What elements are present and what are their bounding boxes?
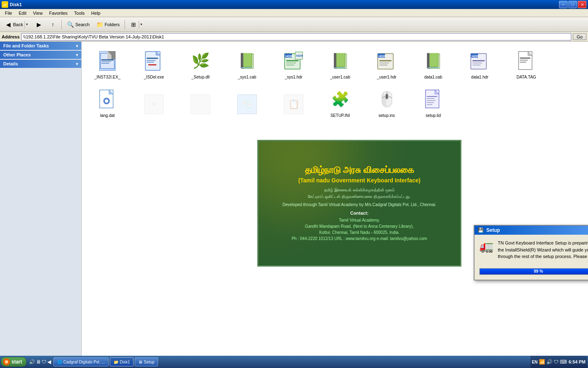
file-hidden3[interactable]: 💿 xyxy=(225,83,270,120)
maximize-button[interactable]: □ xyxy=(568,1,577,8)
go-button[interactable]: Go xyxy=(573,34,586,40)
file-hidden2[interactable] xyxy=(178,83,223,120)
antivirus-icon[interactable]: 🛡 xyxy=(42,359,47,365)
taskbar-app-setup[interactable]: 🖥 Setup xyxy=(135,357,158,366)
file-setup-lid-icon xyxy=(420,86,446,112)
toolbar-sep-2 xyxy=(125,20,125,29)
svg-rect-11 xyxy=(147,62,154,63)
file-data1-hdr-icon: HDR xyxy=(467,48,493,74)
start-button[interactable]: ⊞ start xyxy=(1,357,27,367)
speaker-icon[interactable]: 🔊 xyxy=(29,359,35,365)
file-data1-cab-name: data1.cab xyxy=(424,75,442,80)
file-isdel[interactable]: _ISDel.exe xyxy=(131,45,176,82)
file-setup-ins[interactable]: 🖱️ setup.ins xyxy=(364,83,409,120)
taskbar: ⊞ start 🔊 🖥 🛡 ◀ 🌐 Cadgraf Digitals Pvt. … xyxy=(0,356,588,368)
system-tray-icons: 📶 🔊 🛡 ⌨ xyxy=(539,359,567,365)
views-button[interactable]: ⊞ ▾ xyxy=(127,19,146,30)
file-data-tag-icon xyxy=(513,48,539,74)
menu-tools[interactable]: Tools xyxy=(71,10,88,16)
file-sys1-cab-icon: 📗 xyxy=(234,48,260,74)
file-user1-hdr[interactable]: HDR _user1.hdr xyxy=(364,45,409,82)
setup-dialog: 💾 Setup 🚛 TN Govt Keyboard Interface Set… xyxy=(474,225,588,280)
tray-volume-icon[interactable]: 🔊 xyxy=(546,359,552,365)
views-dropdown[interactable]: ▾ xyxy=(139,21,143,28)
file-user1-cab-name: _user1.cab xyxy=(330,75,350,80)
file-area[interactable]: _INST32I.EX_ _ xyxy=(82,42,588,356)
file-inst32i-name: _INST32I.EX_ xyxy=(94,75,120,80)
taskbar-app-cadgraf[interactable]: 🌐 Cadgraf Digitals Pvt. ... xyxy=(53,357,109,366)
section1-arrow-icon: ▾ xyxy=(76,44,78,48)
file-setup-ins-name: setup.ins xyxy=(379,113,395,118)
up-button[interactable]: ↑ xyxy=(46,19,59,30)
file-sys1-hdr[interactable]: HDR HDR _sys1.hdr xyxy=(271,45,316,82)
section2-arrow-icon: ▾ xyxy=(76,53,78,57)
window-title: Disk1 xyxy=(10,2,22,7)
tray-network-icon[interactable]: 📶 xyxy=(539,359,545,365)
section-file-folder-tasks-header[interactable]: File and Folder Tasks ▾ xyxy=(0,42,81,50)
setup-dialog-truck-icon: 🚛 xyxy=(479,240,494,253)
file-setup-ins-icon: 🖱️ xyxy=(374,86,400,112)
section-details: Details ▾ xyxy=(0,60,81,68)
forward-button[interactable]: ▶ xyxy=(32,19,45,30)
close-button[interactable]: ✕ xyxy=(578,1,586,8)
file-hidden4[interactable]: 📋 xyxy=(271,83,316,120)
file-setup-ini[interactable]: 🧩 SETUP.INI xyxy=(318,83,363,120)
svg-rect-18 xyxy=(286,65,294,65)
svg-rect-4 xyxy=(101,59,114,61)
address-input[interactable] xyxy=(21,33,571,40)
file-hidden1[interactable]: A xyxy=(131,83,176,120)
splash-title-english: (Tamil nadu Government Keyboard Interfac… xyxy=(298,177,420,184)
svg-point-41 xyxy=(105,99,108,103)
tray-keyboard-icon[interactable]: ⌨ xyxy=(560,359,567,365)
file-data1-cab[interactable]: 📗 data1.cab xyxy=(411,45,456,82)
file-inst32i-icon xyxy=(94,48,120,74)
svg-rect-31 xyxy=(472,63,482,63)
tray-security-icon[interactable]: 🛡 xyxy=(554,359,559,365)
system-clock: 6:54 PM xyxy=(568,359,586,364)
address-bar: Address Go xyxy=(0,32,588,42)
section-details-header[interactable]: Details ▾ xyxy=(0,60,81,68)
file-data1-hdr[interactable]: HDR data1.hdr xyxy=(457,45,502,82)
file-data-tag[interactable]: DATA.TAG xyxy=(504,45,549,82)
window-icon: 📁 xyxy=(2,1,8,8)
search-button[interactable]: 🔍 Search xyxy=(64,19,92,30)
file-data1-hdr-name: data1.hdr xyxy=(471,75,488,80)
file-setup-lid-name: setup.lid xyxy=(425,113,441,118)
file-setup-dll-name: _Setup.dll xyxy=(192,75,209,80)
folders-button[interactable]: 📁 Folders xyxy=(93,19,122,30)
setup-progress-bar: 99 % xyxy=(480,269,588,274)
menu-view[interactable]: View xyxy=(30,10,46,16)
file-sys1-cab[interactable]: 📗 _sys1.cab xyxy=(225,45,270,82)
menu-favorites[interactable]: Favorites xyxy=(46,10,71,16)
file-lang-dat[interactable]: lang.dat xyxy=(85,83,130,120)
section-other-places-header[interactable]: Other Places ▾ xyxy=(0,51,81,59)
file-user1-hdr-icon: HDR xyxy=(374,48,400,74)
file-isdel-name: _ISDel.exe xyxy=(144,75,164,80)
menu-bar: File Edit View Favorites Tools Help xyxy=(0,9,588,17)
svg-rect-46 xyxy=(427,100,436,101)
cadgraf-icon: 🌐 xyxy=(57,360,62,364)
svg-rect-35 xyxy=(520,58,530,58)
file-setup-lid[interactable]: setup.lid xyxy=(411,83,456,120)
file-sys1-hdr-name: _sys1.hdr xyxy=(285,75,302,80)
menu-help[interactable]: Help xyxy=(88,10,104,16)
setup-icon: 🖥 xyxy=(138,360,143,364)
menu-file[interactable]: File xyxy=(2,10,16,16)
up-icon: ↑ xyxy=(49,21,56,28)
file-setup-dll[interactable]: 🌿 _Setup.dll xyxy=(178,45,223,82)
minimize-button[interactable]: ─ xyxy=(559,1,568,8)
file-user1-cab[interactable]: 📗 _user1.cab xyxy=(318,45,363,82)
setup-progress-container: 99 % xyxy=(479,268,588,275)
search-icon: 🔍 xyxy=(67,21,74,28)
file-grid: _INST32I.EX_ _ xyxy=(85,45,585,120)
back-button[interactable]: ◀ Back ▾ xyxy=(2,19,31,30)
expand-tray-icon[interactable]: ◀ xyxy=(47,359,51,365)
back-dropdown[interactable]: ▾ xyxy=(24,21,29,28)
file-inst32i[interactable]: _INST32I.EX_ xyxy=(85,45,130,82)
taskbar-app-disk1[interactable]: 📁 Disk1 xyxy=(110,357,134,366)
toolbar: ◀ Back ▾ ▶ ↑ 🔍 Search 📁 Folders ⊞ ▾ xyxy=(0,17,588,32)
svg-text:HDR: HDR xyxy=(296,54,303,58)
folders-icon: 📁 xyxy=(96,21,103,28)
network-icon[interactable]: 🖥 xyxy=(36,359,41,365)
menu-edit[interactable]: Edit xyxy=(16,10,30,16)
